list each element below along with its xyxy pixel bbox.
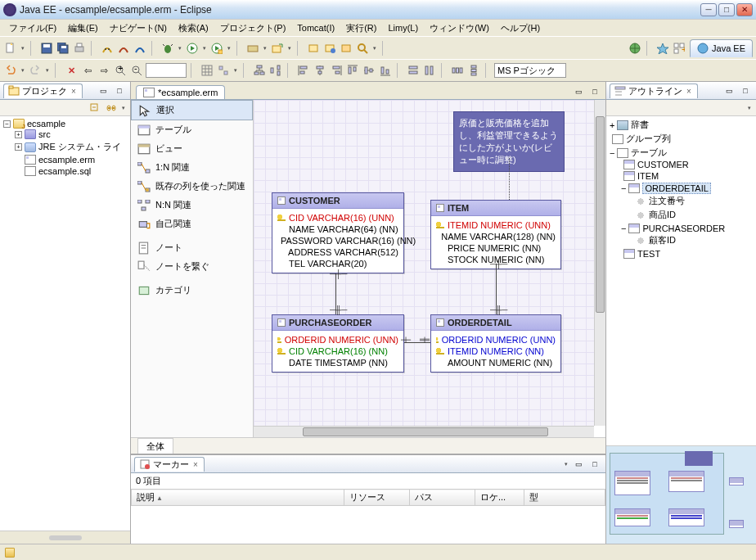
menu-edit[interactable]: 編集(E) [62, 20, 104, 36]
left-sash[interactable] [0, 531, 130, 544]
editor-tab-ecsample[interactable]: *ecsample.erm [136, 85, 225, 99]
open-perspective-button[interactable]: + [672, 41, 686, 56]
markers-table[interactable]: 説明▲ リソース パス ロケ... 型 [131, 489, 605, 544]
undo-button[interactable] [3, 63, 18, 78]
limy-icon[interactable] [655, 41, 670, 56]
back-button[interactable]: ⇦ [80, 63, 95, 78]
outline-item[interactable]: ITEM [621, 171, 754, 181]
open-type-button[interactable] [306, 41, 321, 56]
tomcat-start-icon[interactable] [100, 41, 115, 56]
run-last-dropdown[interactable]: ▾ [226, 41, 232, 56]
menu-run[interactable]: 実行(R) [340, 20, 382, 36]
tree-jre[interactable]: +JRE システム・ライ [15, 141, 128, 153]
outline-view-tab[interactable]: アウトライン × [610, 84, 698, 98]
editor-footer-tab[interactable]: 全体 [137, 438, 173, 454]
save-button[interactable] [39, 41, 54, 56]
new-project-dropdown[interactable]: ▾ [286, 41, 293, 56]
canvas-vscroll[interactable] [594, 100, 605, 426]
align-left-icon[interactable] [296, 63, 311, 78]
menu-limy[interactable]: Limy(L) [382, 21, 424, 34]
menu-project[interactable]: プロジェクト(P) [214, 20, 292, 36]
link-editor-icon[interactable] [104, 101, 119, 115]
project-view-tab[interactable]: プロジェク × [3, 84, 83, 98]
tree-src[interactable]: +src [15, 129, 128, 139]
markers-view-tab[interactable]: マーカー × [134, 457, 205, 472]
outline-close[interactable]: × [685, 87, 693, 96]
align-bottom-icon[interactable] [378, 63, 393, 78]
zoom-in-icon[interactable]: + [113, 63, 128, 78]
tree-sql[interactable]: ecsample.sql [15, 166, 128, 176]
outline-tree[interactable]: +辞書 グループ列 −テーブル CUSTOMER ITEM −ORDERDETA… [606, 116, 756, 445]
outline-test[interactable]: TEST [621, 249, 754, 259]
menu-help[interactable]: ヘルプ(H) [495, 20, 546, 36]
new-project-button[interactable] [270, 41, 285, 56]
palette-nn[interactable]: N:N 関連 [131, 196, 253, 215]
tomcat-stop-icon[interactable] [116, 41, 131, 56]
markers-menu[interactable]: ▾ [563, 457, 569, 472]
new-server-button[interactable] [245, 41, 260, 56]
search-button[interactable] [355, 41, 370, 56]
entity-orderdetail[interactable]: ORDERDETAIL ORDERID NUMERIC (UNN) ITEMID… [430, 314, 561, 373]
open-task-button[interactable] [322, 41, 337, 56]
editor-max[interactable]: □ [587, 84, 602, 99]
entity-purchaseorder[interactable]: PURCHASEORDER ORDERID NUMERIC (UNN) CID … [272, 314, 404, 373]
menu-window[interactable]: ウィンドウ(W) [424, 20, 495, 36]
align-center-v-icon[interactable] [362, 63, 376, 78]
outline-minimap[interactable] [606, 445, 756, 544]
align-center-h-icon[interactable] [313, 63, 327, 78]
markers-min[interactable]: ▭ [571, 457, 586, 472]
web-browser-icon[interactable] [628, 41, 642, 56]
palette-select[interactable]: 選択 [131, 100, 253, 120]
dist-v-icon[interactable] [466, 63, 481, 78]
align-right-icon[interactable] [329, 63, 344, 78]
menu-search[interactable]: 検索(A) [173, 20, 214, 36]
collapse-all-icon[interactable] [88, 101, 102, 115]
outline-customer[interactable]: CUSTOMER [621, 160, 754, 169]
outline-menu[interactable]: ▾ [746, 101, 753, 115]
grid-button[interactable] [200, 63, 214, 78]
outline-purchaseorder[interactable]: −PURCHASEORDER [621, 224, 754, 233]
redo-button[interactable] [28, 63, 43, 78]
project-view-menu[interactable]: ▾ [120, 101, 127, 115]
outline-po-col1[interactable]: 顧客ID [632, 234, 754, 246]
palette-table[interactable]: テーブル [131, 120, 253, 139]
tomcat-restart-icon[interactable] [133, 41, 147, 56]
markers-col-type[interactable]: 型 [524, 490, 605, 506]
project-view-close[interactable]: × [70, 87, 78, 96]
palette-note-link[interactable]: ノートを繋ぐ [131, 257, 253, 276]
save-all-button[interactable] [56, 41, 70, 56]
outline-od-col2[interactable]: 商品ID [632, 209, 754, 221]
palette-view[interactable]: ビュー [131, 139, 253, 158]
project-view-max[interactable]: □ [112, 84, 127, 98]
match-height-icon[interactable] [422, 63, 437, 78]
maximize-button[interactable]: □ [718, 3, 735, 16]
new-dropdown[interactable]: ▾ [20, 41, 26, 56]
outline-dict[interactable]: +辞書 [610, 119, 754, 131]
run-button[interactable] [185, 41, 200, 56]
outline-od-col1[interactable]: 注文番号 [632, 195, 754, 207]
redo-dropdown[interactable]: ▾ [44, 63, 51, 78]
outline-tables[interactable]: −テーブル [610, 147, 754, 159]
run-last-button[interactable] [209, 41, 224, 56]
match-width-icon[interactable] [406, 63, 421, 78]
markers-col-loc[interactable]: ロケ... [475, 490, 524, 506]
align-top-icon[interactable] [345, 63, 360, 78]
menu-tomcat[interactable]: Tomcat(I) [291, 21, 340, 34]
snap-button[interactable] [216, 63, 231, 78]
entity-customer[interactable]: CUSTOMER CID VARCHAR(16) (UNN) NAME VARC… [272, 192, 404, 273]
outline-groups[interactable]: グループ列 [610, 133, 754, 145]
dist-h-icon[interactable] [450, 63, 465, 78]
outline-max[interactable]: □ [738, 84, 753, 98]
diagram-canvas[interactable]: 原価と販売価格を追加し、利益管理できるようにした方がよいか(レビュー時に調整) … [254, 100, 605, 437]
new-button[interactable] [3, 41, 18, 56]
debug-dropdown[interactable]: ▾ [177, 41, 183, 56]
markers-col-desc[interactable]: 説明▲ [132, 490, 344, 506]
font-selector[interactable]: MS Pゴシック [494, 63, 566, 78]
editor-min[interactable]: ▭ [571, 84, 586, 99]
markers-close[interactable]: × [191, 460, 200, 469]
outline-min[interactable]: ▭ [722, 84, 736, 98]
close-button[interactable]: ✕ [736, 3, 753, 16]
search-dropdown[interactable]: ▾ [371, 41, 378, 56]
outline-orderdetail[interactable]: −ORDERDETAIL [621, 183, 754, 194]
tree-ecsample[interactable]: −ecsample [3, 119, 128, 129]
